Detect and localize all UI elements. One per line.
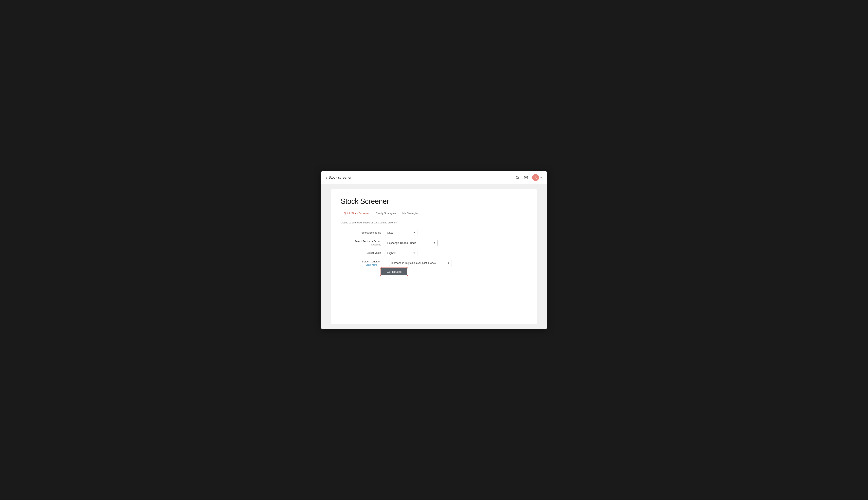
subtitle-text: Get up to 50 stocks based on 1 screening… bbox=[341, 221, 527, 224]
form-section: Select Exchange SGX NYSE NASDAQ LSE ▼ bbox=[341, 230, 527, 266]
condition-select[interactable]: Increase in Buy calls over past 1 week D… bbox=[389, 260, 452, 266]
avatar: A bbox=[532, 174, 539, 181]
exchange-select[interactable]: SGX NYSE NASDAQ LSE bbox=[385, 230, 418, 236]
page-title: Stock Screener bbox=[341, 197, 527, 206]
condition-label-group: Select Condition Learn More bbox=[349, 260, 385, 266]
sector-control: Exchange Traded Funds Technology Finance… bbox=[385, 240, 438, 246]
back-arrow-icon: ‹ bbox=[326, 175, 327, 180]
nav-right: A ▼ bbox=[515, 174, 542, 181]
main-content: Stock Screener Quick Stock Screener Read… bbox=[321, 184, 547, 329]
mail-icon[interactable] bbox=[524, 175, 528, 180]
tab-ready-strategies[interactable]: Ready Strategies bbox=[373, 210, 399, 217]
exchange-row: Select Exchange SGX NYSE NASDAQ LSE ▼ bbox=[349, 230, 527, 236]
content-card: Stock Screener Quick Stock Screener Read… bbox=[331, 189, 537, 324]
condition-row: Select Condition Learn More Increase in … bbox=[349, 260, 527, 266]
svg-line-1 bbox=[518, 178, 519, 179]
exchange-label: Select Exchange bbox=[349, 231, 385, 235]
tab-my-strategies[interactable]: My Strategies bbox=[399, 210, 422, 217]
sector-select[interactable]: Exchange Traded Funds Technology Finance… bbox=[385, 240, 438, 246]
chevron-down-icon: ▼ bbox=[540, 176, 542, 179]
get-results-button[interactable]: Get Results bbox=[381, 268, 407, 275]
learn-more-link[interactable]: Learn More bbox=[366, 264, 381, 266]
value-row: Select Value Highest Lowest Average ▼ bbox=[349, 250, 527, 256]
value-control: Highest Lowest Average ▼ bbox=[385, 250, 418, 256]
nav-title: Stock screener bbox=[329, 175, 351, 180]
value-label: Select Value bbox=[349, 251, 385, 255]
tabs-bar: Quick Stock Screener Ready Strategies My… bbox=[341, 210, 527, 217]
sector-row: Select Sector or Group (Optional) Exchan… bbox=[349, 240, 527, 247]
tab-quick-stock-screener[interactable]: Quick Stock Screener bbox=[341, 210, 373, 217]
value-select[interactable]: Highest Lowest Average bbox=[385, 250, 418, 256]
sector-label: Select Sector or Group (Optional) bbox=[349, 240, 385, 247]
condition-label: Select Condition bbox=[362, 260, 381, 263]
user-menu[interactable]: A ▼ bbox=[532, 174, 542, 181]
browser-window: ‹ Stock screener A ▼ bbox=[321, 171, 547, 329]
nav-back-button[interactable]: ‹ Stock screener bbox=[326, 175, 351, 180]
search-icon[interactable] bbox=[515, 175, 520, 180]
condition-control: Increase in Buy calls over past 1 week D… bbox=[389, 260, 452, 266]
top-nav: ‹ Stock screener A ▼ bbox=[321, 171, 547, 184]
exchange-control: SGX NYSE NASDAQ LSE ▼ bbox=[385, 230, 418, 236]
results-row: Get Results bbox=[341, 268, 527, 275]
